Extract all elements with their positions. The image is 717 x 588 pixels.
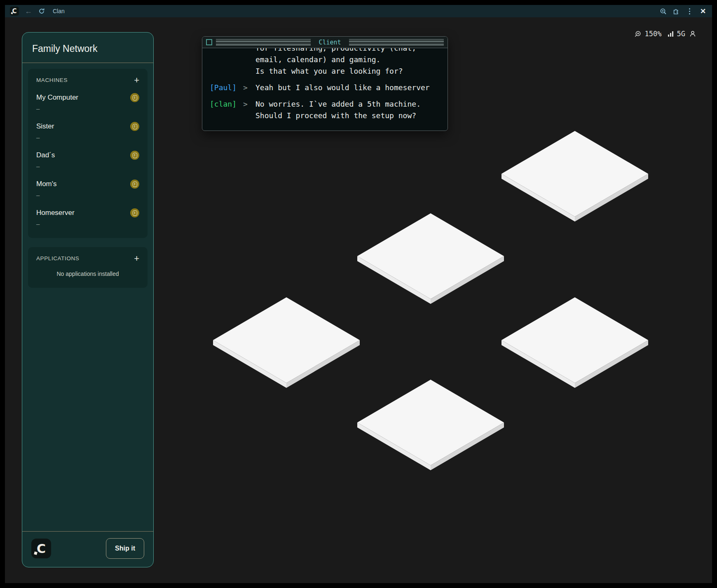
message-sender: [clan] [210, 98, 243, 121]
sidebar-footer: C Ship it [22, 531, 153, 567]
message-prompt: > [243, 82, 255, 93]
message-sender [210, 48, 243, 77]
menu-kebab-icon[interactable] [686, 8, 693, 14]
client-titlebar[interactable]: Client [202, 37, 448, 48]
machine-list-item[interactable]: Mom's ! – [36, 180, 139, 198]
chat-messages: for filesharing, productivity (chat,emai… [210, 48, 448, 121]
machines-header: MACHINES [36, 77, 68, 83]
network-canvas[interactable]: 150% 5G Family Network MACHINES + My Com… [5, 17, 712, 583]
machine-list-item[interactable]: Homeserver ! – [36, 208, 139, 227]
canvas-hud: 150% 5G [634, 30, 696, 38]
zoom-icon[interactable] [659, 7, 667, 15]
message-text: Yeah but I also would like a homeserver [255, 82, 430, 93]
network-type: 5G [677, 30, 685, 38]
alert-status-icon: ! [130, 208, 139, 217]
clan-favicon-icon: C [10, 7, 19, 16]
zoom-level-value: 150% [645, 30, 662, 38]
browser-topbar: C ← Clan ✕ [5, 5, 712, 17]
machine-detail: – [36, 220, 139, 227]
machine-list-item[interactable]: My Computer ! – [36, 93, 139, 112]
user-icon [689, 30, 696, 37]
chat-message: [clan]>No worries. I`ve added a 5th mach… [210, 98, 448, 121]
message-sender: [Paul] [210, 82, 243, 93]
chat-message: [Paul]>Yeah but I also would like a home… [210, 82, 448, 93]
add-machine-button[interactable]: + [134, 77, 139, 83]
extensions-icon[interactable] [672, 7, 680, 15]
machine-detail: – [36, 163, 139, 170]
machine-detail: – [36, 191, 139, 198]
alert-status-icon: ! [130, 93, 139, 102]
message-prompt [243, 48, 255, 77]
tab-title: Clan [53, 8, 65, 14]
client-window: Client for filesharing, productivity (ch… [202, 36, 448, 131]
sidebar-header: Family Network [22, 33, 153, 63]
machine-tile[interactable] [501, 131, 648, 222]
client-window-title: Client [314, 39, 345, 46]
message-prompt: > [243, 98, 255, 121]
machine-name: Mom's [36, 180, 57, 188]
chat-message: for filesharing, productivity (chat,emai… [210, 48, 448, 77]
zoom-level-icon [634, 30, 641, 37]
message-text: for filesharing, productivity (chat,emai… [255, 48, 416, 77]
machine-tile[interactable] [501, 297, 648, 388]
back-icon[interactable]: ← [25, 7, 32, 15]
machine-name: My Computer [36, 93, 78, 102]
machine-name: Homeserver [36, 209, 75, 217]
sidebar: Family Network MACHINES + My Computer ! … [22, 32, 154, 567]
machine-name: Dad´s [36, 151, 55, 159]
close-icon[interactable]: ✕ [699, 7, 707, 16]
network-title: Family Network [32, 43, 143, 54]
machine-name: Sister [36, 122, 54, 131]
machine-detail: – [36, 134, 139, 141]
window-close-box-icon[interactable] [206, 39, 212, 45]
machine-tile[interactable] [357, 380, 504, 470]
clan-logo: C [31, 539, 51, 558]
applications-empty-text: No applications installed [36, 271, 139, 277]
signal-bars-icon [668, 31, 673, 37]
refresh-icon[interactable] [38, 7, 45, 15]
titlebar-stripes [349, 39, 444, 45]
titlebar-stripes [216, 39, 311, 45]
add-application-button[interactable]: + [134, 256, 139, 261]
client-chat-area[interactable]: for filesharing, productivity (chat,emai… [202, 48, 448, 131]
message-text: No worries. I`ve added a 5th machine.Sho… [255, 98, 421, 121]
ship-it-button[interactable]: Ship it [106, 538, 144, 559]
applications-header: APPLICATIONS [36, 255, 79, 261]
app-window: C ← Clan ✕ 150% 5G Family [0, 0, 717, 588]
machine-list-item[interactable]: Dad´s ! – [36, 151, 139, 170]
alert-status-icon: ! [130, 122, 139, 131]
machine-tile[interactable] [357, 213, 504, 304]
machines-list: My Computer ! – Sister ! – Dad´s ! – Mom… [36, 93, 139, 227]
machines-panel: MACHINES + My Computer ! – Sister ! – Da… [28, 69, 148, 238]
alert-status-icon: ! [130, 180, 139, 189]
machine-list-item[interactable]: Sister ! – [36, 122, 139, 141]
machine-tile[interactable] [213, 297, 360, 388]
alert-status-icon: ! [130, 151, 139, 160]
applications-panel: APPLICATIONS + No applications installed [28, 247, 148, 288]
machine-detail: – [36, 105, 139, 112]
